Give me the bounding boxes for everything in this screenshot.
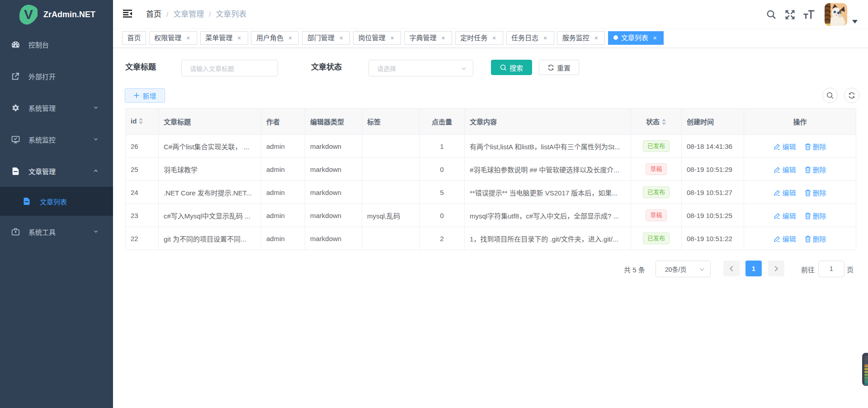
- svg-text:V: V: [24, 7, 33, 22]
